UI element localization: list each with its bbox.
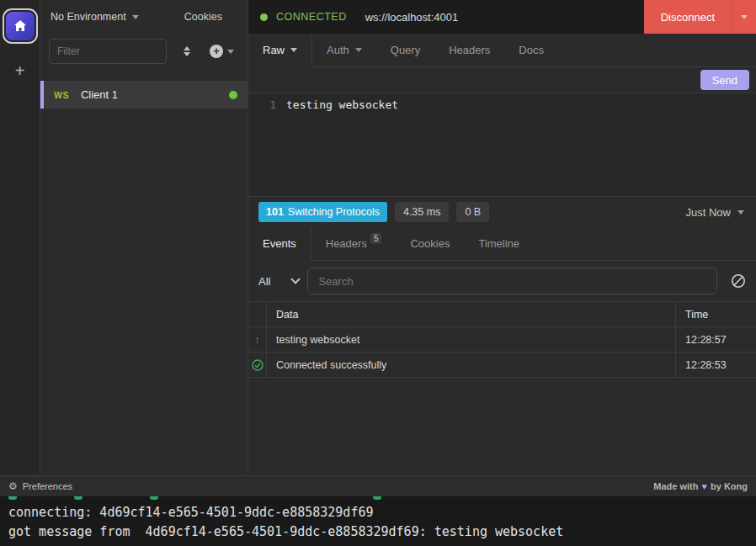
status-text: Switching Protocols <box>288 206 380 218</box>
connection-status-label: CONNECTED <box>276 11 347 23</box>
environment-label: No Environment <box>51 11 126 23</box>
connected-status-dot <box>229 91 237 99</box>
tab-response-cookies[interactable]: Cookies <box>396 227 464 261</box>
tab-headers-label: Headers <box>449 44 490 56</box>
disconnect-dropdown-button[interactable] <box>732 0 756 34</box>
chevron-down-icon <box>355 48 362 52</box>
websocket-url: ws://localhost:4001 <box>365 11 459 24</box>
environment-dropdown[interactable]: No Environment <box>51 11 139 23</box>
events-filter-row: All <box>248 261 756 301</box>
time-badge: 4.35 ms <box>395 202 449 222</box>
sidebar-filter-row: + <box>40 34 248 72</box>
connection-status-dot <box>260 13 268 21</box>
gear-icon: ⚙ <box>8 480 18 492</box>
event-type-select[interactable]: All <box>258 275 307 288</box>
event-type-value: All <box>258 275 270 288</box>
credit-prefix: Made with <box>653 481 698 491</box>
terminal-line: got message from 4d69cf14-e565-4501-9ddc… <box>8 522 748 542</box>
left-rail: + <box>0 0 40 475</box>
events-search-input[interactable] <box>307 268 717 294</box>
main-pane: CONNECTED ws://localhost:4001 Disconnect… <box>248 0 756 475</box>
sidebar-header: No Environment Cookies <box>40 0 248 34</box>
tab-response-headers-label: Headers <box>326 237 367 250</box>
tab-events[interactable]: Events <box>248 227 311 261</box>
chevron-down-icon <box>290 48 297 52</box>
tab-response-headers[interactable]: Headers 5 <box>311 227 397 261</box>
sidebar-filter-input[interactable] <box>49 39 167 64</box>
table-row[interactable]: ↑ testing websocket 12:28:57 <box>248 327 756 353</box>
main-row: + No Environment Cookies + <box>0 0 756 475</box>
chevron-down-icon <box>132 15 139 19</box>
client-name: Client 1 <box>81 88 118 101</box>
home-button-surface <box>6 12 35 40</box>
preferences-label: Preferences <box>23 481 72 491</box>
app-window: + No Environment Cookies + <box>0 0 756 546</box>
tab-timeline-label: Timeline <box>478 237 519 250</box>
sort-asc-icon <box>184 46 190 50</box>
sidebar: No Environment Cookies + WS Client 1 <box>40 0 248 475</box>
check-circle-icon <box>252 359 264 371</box>
cookies-button[interactable]: Cookies <box>184 11 222 23</box>
terminal-output[interactable]: connecting: 4d69cf14-e565-4501-9ddc-e885… <box>0 496 756 546</box>
home-icon <box>13 19 27 33</box>
status-footer: ⚙ Preferences Made with ♥ by Kong <box>0 475 756 496</box>
clipped-terminal-text <box>74 496 83 500</box>
chevron-down-icon <box>741 15 748 19</box>
sort-button[interactable] <box>184 46 190 56</box>
tab-docs-label: Docs <box>519 44 544 56</box>
send-button[interactable]: Send <box>700 70 749 90</box>
chevron-down-icon <box>291 274 301 284</box>
editor-line-number: 1 <box>248 98 286 196</box>
message-sent-icon-cell: ↑ <box>248 327 267 352</box>
header-data-col: Data <box>267 302 676 326</box>
message-editor[interactable]: 1 testing websocket <box>248 93 756 197</box>
event-data-cell: Connected successfully <box>267 353 676 377</box>
response-history-label: Just Now <box>686 206 731 219</box>
send-row: Send <box>248 67 756 93</box>
plus-circle-icon: + <box>210 45 223 58</box>
request-tabbar: Raw Auth Query Headers Docs <box>248 34 756 67</box>
tab-query-label: Query <box>391 44 420 56</box>
size-badge: 0 B <box>456 202 489 222</box>
credit-suffix: by Kong <box>711 481 748 491</box>
tab-events-label: Events <box>263 237 296 250</box>
tab-docs[interactable]: Docs <box>504 34 558 67</box>
tab-auth[interactable]: Auth <box>312 34 376 67</box>
terminal-line: connecting: 4d69cf14-e565-4501-9ddc-e885… <box>8 503 748 522</box>
chevron-down-icon <box>737 210 744 215</box>
add-workspace-button[interactable]: + <box>15 62 25 79</box>
tab-timeline[interactable]: Timeline <box>464 227 534 261</box>
header-time-col: Time <box>676 309 756 321</box>
disconnect-button-group: Disconnect <box>644 0 756 34</box>
connected-check-icon-cell <box>248 353 267 377</box>
status-badge: 101 Switching Protocols <box>258 202 387 222</box>
disconnect-button[interactable]: Disconnect <box>644 0 732 34</box>
chevron-down-icon <box>227 50 234 54</box>
ws-method-tag: WS <box>54 90 69 100</box>
preferences-button[interactable]: ⚙ Preferences <box>8 480 72 492</box>
events-table-header: Data Time <box>248 302 756 327</box>
clipped-terminal-text <box>8 496 17 500</box>
response-history-dropdown[interactable]: Just Now <box>686 206 744 219</box>
tab-raw-label: Raw <box>263 44 285 56</box>
table-row[interactable]: Connected successfully 12:28:53 <box>248 353 756 378</box>
tab-headers[interactable]: Headers <box>434 34 504 67</box>
event-time-cell: 12:28:53 <box>676 359 756 371</box>
event-time-cell: 12:28:57 <box>676 334 756 346</box>
response-tabbar: Events Headers 5 Cookies Timeline <box>248 227 756 261</box>
add-request-dropdown[interactable]: + <box>210 45 234 58</box>
tab-raw[interactable]: Raw <box>248 34 312 67</box>
tab-response-cookies-label: Cookies <box>410 237 450 250</box>
kong-credit: Made with ♥ by Kong <box>653 481 748 491</box>
connection-bar: CONNECTED ws://localhost:4001 Disconnect <box>248 0 756 34</box>
clipped-terminal-text <box>150 496 158 500</box>
clear-events-icon[interactable] <box>731 273 746 289</box>
clipped-terminal-text <box>373 496 381 500</box>
headers-count-badge: 5 <box>370 233 382 244</box>
home-button[interactable] <box>3 8 38 44</box>
response-bar: 101 Switching Protocols 4.35 ms 0 B Just… <box>248 197 756 227</box>
tab-query[interactable]: Query <box>376 34 434 67</box>
header-icon-col <box>248 302 267 326</box>
sidebar-item-client-1[interactable]: WS Client 1 <box>40 81 248 109</box>
editor-content: testing websocket <box>286 98 398 196</box>
